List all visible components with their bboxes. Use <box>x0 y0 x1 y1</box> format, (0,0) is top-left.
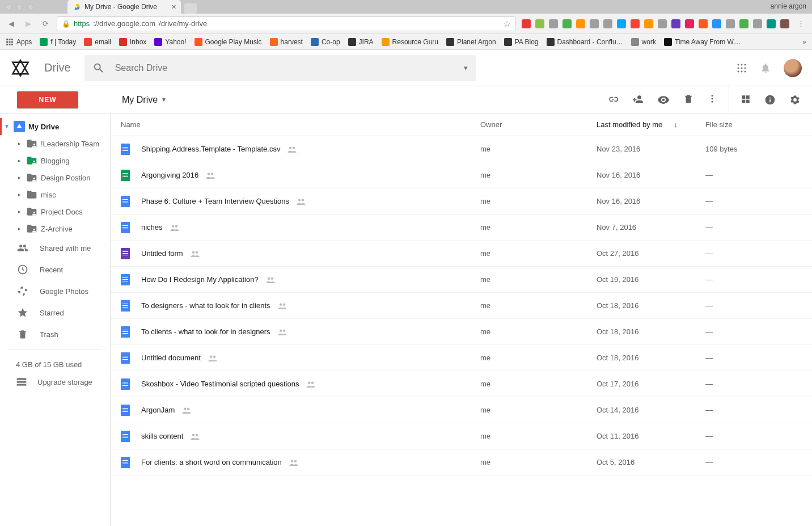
sidebar-folder[interactable]: ▸ Project Docs <box>0 203 110 220</box>
share-person-icon[interactable] <box>632 94 644 106</box>
col-size[interactable]: File size <box>705 120 802 129</box>
extension-icon[interactable] <box>699 19 708 28</box>
bookmark-star-icon[interactable]: ☆ <box>504 19 511 28</box>
col-modified[interactable]: Last modified by me ↓ <box>597 120 705 129</box>
extension-icon[interactable] <box>712 19 721 28</box>
upgrade-storage-button[interactable]: Upgrade storage <box>0 373 110 390</box>
sidebar-folder[interactable]: ▸ Design Postion <box>0 169 110 186</box>
file-row[interactable]: Argongiving 2016 me Nov 16, 2016 — <box>111 162 812 188</box>
chrome-menu-icon[interactable]: ⋮ <box>795 19 806 28</box>
caret-right-icon[interactable]: ▸ <box>16 209 23 214</box>
apps-launcher-icon[interactable] <box>736 62 747 74</box>
extension-icon[interactable] <box>631 19 640 28</box>
caret-right-icon[interactable]: ▸ <box>16 226 23 232</box>
breadcrumb[interactable]: My Drive ▼ <box>111 95 167 105</box>
delete-icon[interactable] <box>683 94 693 106</box>
extension-icon[interactable] <box>590 19 599 28</box>
brand-logo-icon[interactable] <box>10 58 31 78</box>
sidebar-trash[interactable]: Trash <box>0 323 110 345</box>
sidebar-my-drive[interactable]: ▼ My Drive <box>0 118 110 135</box>
sidebar-starred[interactable]: Starred <box>0 302 110 323</box>
reload-button[interactable]: ⟳ <box>40 19 51 28</box>
search-input[interactable] <box>115 63 454 73</box>
file-row[interactable]: How Do I Redesign My Application? me Oct… <box>111 267 812 293</box>
extension-icon[interactable] <box>753 19 762 28</box>
caret-down-icon[interactable]: ▼ <box>3 124 10 129</box>
new-tab-button[interactable] <box>184 3 197 14</box>
file-row[interactable]: For clients: a short word on communicati… <box>111 449 812 475</box>
bookmark-item[interactable]: Time Away From W… <box>664 38 741 46</box>
sidebar-folder[interactable]: ▸ Blogging <box>0 152 110 169</box>
close-window-icon[interactable] <box>6 4 12 10</box>
search-icon[interactable] <box>92 62 105 74</box>
bookmark-item[interactable]: Inbox <box>119 38 146 46</box>
caret-right-icon[interactable]: ▸ <box>16 192 23 197</box>
caret-right-icon[interactable]: ▸ <box>16 158 23 163</box>
details-info-icon[interactable] <box>764 94 776 106</box>
file-row[interactable]: Untitled form me Oct 27, 2016 — <box>111 241 812 267</box>
extension-icon[interactable] <box>563 19 572 28</box>
bookmark-item[interactable]: PA Blog <box>504 38 539 46</box>
file-row[interactable]: ArgonJam me Oct 14, 2016 — <box>111 397 812 423</box>
file-row[interactable]: Shipping.Address.Template - Template.csv… <box>111 136 812 162</box>
col-name[interactable]: Name <box>121 120 480 129</box>
bookmark-item[interactable]: Planet Argon <box>446 38 496 46</box>
extension-icon[interactable] <box>603 19 612 28</box>
extension-icon[interactable] <box>739 19 748 28</box>
caret-right-icon[interactable]: ▸ <box>16 141 23 146</box>
forward-button[interactable]: ▶ <box>23 19 34 28</box>
bookmark-item[interactable]: Resource Guru <box>382 38 438 46</box>
extension-icon[interactable] <box>671 19 680 28</box>
file-row[interactable]: niches me Nov 7, 2016 — <box>111 214 812 241</box>
extension-icon[interactable] <box>522 19 531 28</box>
apps-shortcut[interactable]: Apps <box>6 38 32 46</box>
bookmark-item[interactable]: JIRA <box>348 38 374 46</box>
preview-eye-icon[interactable] <box>657 94 670 106</box>
extension-icon[interactable] <box>726 19 735 28</box>
browser-tab[interactable]: My Drive - Google Drive ✕ <box>67 0 181 14</box>
extension-icon[interactable] <box>535 19 544 28</box>
bookmark-item[interactable]: email <box>84 38 111 46</box>
maximize-window-icon[interactable] <box>27 4 33 10</box>
chrome-profile-label[interactable]: annie argon <box>771 2 806 10</box>
bookmark-item[interactable]: harvest <box>270 38 303 46</box>
extension-icon[interactable] <box>617 19 626 28</box>
grid-view-icon[interactable] <box>741 94 751 106</box>
bookmarks-overflow-icon[interactable]: » <box>802 38 806 46</box>
account-avatar[interactable] <box>784 59 802 77</box>
file-row[interactable]: To designers - what to look for in clien… <box>111 293 812 319</box>
extension-icon[interactable] <box>658 19 667 28</box>
bookmark-item[interactable]: Yahoo! <box>154 38 186 46</box>
settings-gear-icon[interactable] <box>789 94 801 106</box>
bookmark-item[interactable]: f | Today <box>40 38 76 46</box>
file-row[interactable]: skills content me Oct 11, 2016 — <box>111 423 812 449</box>
brand-label[interactable]: Drive <box>44 61 71 74</box>
extension-icon[interactable] <box>549 19 558 28</box>
file-row[interactable]: Phase 6: Culture + Team Interview Questi… <box>111 188 812 214</box>
file-row[interactable]: Untitled document me Oct 18, 2016 — <box>111 345 812 371</box>
bookmark-item[interactable]: Dashboard - Conflu… <box>547 38 623 46</box>
extension-icon[interactable] <box>767 19 776 28</box>
more-actions-icon[interactable] <box>707 94 717 106</box>
extension-icon[interactable] <box>644 19 653 28</box>
file-row[interactable]: Skoshbox - Video Testimonial scripted qu… <box>111 371 812 397</box>
get-link-icon[interactable] <box>607 94 619 106</box>
search-box[interactable]: ▾ <box>84 55 476 81</box>
caret-right-icon[interactable]: ▸ <box>16 175 23 180</box>
extension-icon[interactable] <box>576 19 585 28</box>
sidebar-recent[interactable]: Recent <box>0 259 110 280</box>
sidebar-shared-with-me[interactable]: Shared with me <box>0 237 110 259</box>
new-button[interactable]: NEW <box>17 91 78 108</box>
extension-icon[interactable] <box>780 19 789 28</box>
sidebar-folder[interactable]: ▸ misc <box>0 186 110 203</box>
sidebar-folder[interactable]: ▸ Z-Archive <box>0 220 110 237</box>
back-button[interactable]: ◀ <box>6 19 17 28</box>
extension-icon[interactable] <box>685 19 694 28</box>
address-bar[interactable]: 🔒 https://drive.google.com/drive/my-driv… <box>57 16 516 31</box>
sidebar-google-photos[interactable]: Google Photos <box>0 280 110 302</box>
bookmark-item[interactable]: Co-op <box>311 38 340 46</box>
bookmark-item[interactable]: Google Play Music <box>194 38 262 46</box>
file-row[interactable]: To clients - what to look for in designe… <box>111 319 812 345</box>
minimize-window-icon[interactable] <box>16 4 23 10</box>
search-dropdown-icon[interactable]: ▾ <box>464 64 468 72</box>
